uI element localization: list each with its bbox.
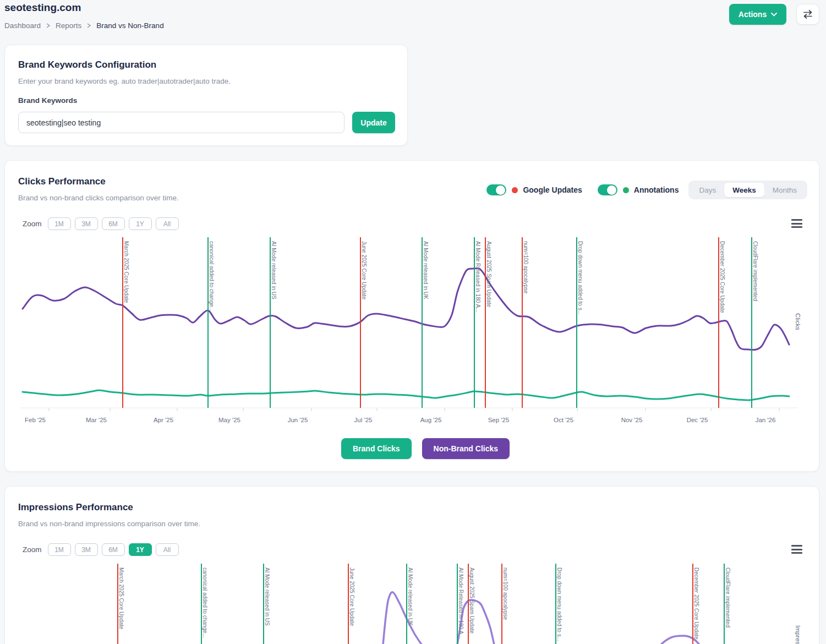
google-updates-label: Google Updates	[523, 185, 582, 194]
svg-text:AI Mode released in US: AI Mode released in US	[264, 567, 270, 626]
svg-text:AI Mode released in UK: AI Mode released in UK	[407, 567, 413, 626]
svg-text:Feb '25: Feb '25	[25, 417, 46, 423]
svg-text:March 2025 Core Update: March 2025 Core Update	[118, 567, 124, 630]
clicks-chart[interactable]: Feb '25Mar '25Apr '25May '25Jun '25Jul '…	[5, 234, 820, 424]
actions-button-label: Actions	[739, 10, 767, 19]
zoom-3m-button[interactable]: 3M	[75, 543, 98, 556]
annotations-toggle[interactable]	[598, 184, 617, 195]
clicks-legend: Brand Clicks Non-Brand Clicks	[341, 438, 510, 459]
svg-text:June 2025 Core Update: June 2025 Core Update	[361, 241, 367, 300]
breadcrumb: Dashboard Reports Brand vs Non-Brand	[4, 21, 164, 30]
svg-text:Clicks: Clicks	[795, 313, 801, 330]
svg-text:Dec '25: Dec '25	[687, 417, 708, 423]
google-updates-toggle[interactable]	[486, 184, 506, 195]
svg-text:CloudFlare implemented: CloudFlare implemented	[752, 241, 758, 301]
clicks-title: Clicks Performance	[18, 176, 106, 187]
svg-text:canonical added to change...: canonical added to change...	[202, 567, 208, 638]
tab-days[interactable]: Days	[691, 183, 724, 197]
toggle-knob	[607, 185, 616, 195]
tab-months[interactable]: Months	[764, 183, 805, 197]
impressions-subtitle: Brand vs non-brand impressions compariso…	[18, 520, 200, 528]
svg-text:June 2025 Core Update: June 2025 Core Update	[349, 567, 355, 626]
svg-text:Jul '25: Jul '25	[354, 417, 373, 423]
clicks-zoom-row: Zoom 1M 3M 6M 1Y All	[23, 217, 179, 230]
impressions-performance-card: Impressions Performance Brand vs non-bra…	[4, 486, 819, 644]
zoom-1m-button[interactable]: 1M	[48, 543, 71, 556]
zoom-all-button[interactable]: All	[156, 217, 179, 230]
svg-text:Drop down menu added to s...: Drop down menu added to s...	[577, 241, 583, 315]
svg-text:May '25: May '25	[218, 417, 240, 423]
svg-text:December 2025 Core Update: December 2025 Core Update	[693, 567, 699, 640]
legend-non-brand-clicks-button[interactable]: Non-Brand Clicks	[422, 438, 510, 459]
zoom-all-button[interactable]: All	[156, 543, 179, 556]
zoom-3m-button[interactable]: 3M	[75, 217, 98, 230]
chart-menu-icon[interactable]	[791, 219, 802, 228]
svg-text:AI Mode Released in 180 A...: AI Mode Released in 180 A...	[475, 241, 481, 313]
svg-text:num=100 apocalypse: num=100 apocalypse	[502, 567, 508, 620]
breadcrumb-reports[interactable]: Reports	[56, 21, 81, 30]
annotations-label: Annotations	[634, 185, 679, 194]
google-updates-dot-icon	[512, 187, 518, 193]
zoom-6m-button[interactable]: 6M	[102, 217, 125, 230]
svg-text:Drop down menu added to s...: Drop down menu added to s...	[556, 567, 562, 641]
svg-text:canonical added to change...: canonical added to change...	[209, 241, 215, 312]
svg-text:AI Mode released in UK: AI Mode released in UK	[423, 241, 429, 299]
zoom-1y-button[interactable]: 1Y	[129, 217, 152, 230]
update-button[interactable]: Update	[352, 112, 395, 133]
tab-weeks[interactable]: Weeks	[724, 183, 764, 197]
page-title: seotesting.com	[4, 2, 81, 14]
svg-text:Oct '25: Oct '25	[554, 417, 573, 423]
svg-text:AI Mode released in US: AI Mode released in US	[271, 241, 277, 299]
svg-text:Jun '25: Jun '25	[288, 417, 308, 423]
svg-text:Mar '25: Mar '25	[86, 417, 107, 423]
svg-text:Nov '25: Nov '25	[621, 417, 643, 423]
svg-text:AI Mode Released in 180 A...: AI Mode Released in 180 A...	[458, 567, 464, 639]
brand-keywords-input[interactable]	[18, 112, 344, 133]
brand-config-subtitle: Enter your brand keywords eg. auto trade…	[18, 77, 231, 85]
breadcrumb-chevron-icon	[86, 23, 91, 29]
actions-button[interactable]: Actions	[729, 4, 786, 25]
svg-text:August 2025 Spam Update: August 2025 Spam Update	[486, 241, 492, 308]
clicks-subtitle: Brand vs non-brand clicks comparison ove…	[18, 194, 179, 202]
zoom-1y-button[interactable]: 1Y	[129, 543, 152, 556]
breadcrumb-current: Brand vs Non-Brand	[96, 21, 163, 30]
svg-text:March 2025 Core Update: March 2025 Core Update	[123, 241, 129, 303]
svg-text:Jan '26: Jan '26	[756, 417, 776, 423]
svg-text:Apr '25: Apr '25	[154, 417, 173, 423]
impressions-title: Impressions Performance	[18, 502, 133, 513]
impressions-chart[interactable]: March 2025 Core Updatecanonical added to…	[5, 561, 820, 644]
svg-text:num=100 apocalypse: num=100 apocalypse	[523, 241, 529, 294]
zoom-1m-button[interactable]: 1M	[48, 217, 71, 230]
legend-brand-clicks-button[interactable]: Brand Clicks	[341, 438, 412, 459]
svg-text:Sep '25: Sep '25	[488, 417, 510, 423]
clicks-controls: Google Updates Annotations Days Weeks Mo…	[486, 181, 807, 199]
brand-keywords-label: Brand Keywords	[18, 96, 77, 105]
impressions-zoom-row: Zoom 1M 3M 6M 1Y All	[23, 543, 179, 556]
annotations-dot-icon	[623, 187, 629, 193]
zoom-6m-button[interactable]: 6M	[102, 543, 125, 556]
svg-text:Impressions: Impressions	[795, 625, 801, 644]
zoom-label: Zoom	[23, 545, 42, 554]
chart-menu-icon[interactable]	[791, 545, 802, 554]
breadcrumb-chevron-icon	[46, 23, 51, 29]
svg-text:December 2025 Core Update: December 2025 Core Update	[719, 241, 725, 313]
svg-text:Aug '25: Aug '25	[420, 417, 442, 423]
swap-view-button[interactable]	[796, 4, 819, 25]
chevron-down-icon	[771, 13, 777, 17]
brand-keywords-card: Brand Keywords Configuration Enter your …	[4, 45, 408, 146]
clicks-performance-card: Clicks Performance Brand vs non-brand cl…	[4, 160, 819, 472]
granularity-switcher: Days Weeks Months	[688, 181, 807, 199]
svg-text:CloudFlare implemented: CloudFlare implemented	[725, 567, 731, 627]
brand-config-title: Brand Keywords Configuration	[18, 59, 156, 70]
svg-text:August 2025 Spam Update: August 2025 Spam Update	[469, 567, 475, 634]
toggle-knob	[496, 185, 505, 195]
swap-arrows-icon	[802, 9, 814, 19]
breadcrumb-dashboard[interactable]: Dashboard	[4, 21, 41, 30]
zoom-label: Zoom	[23, 220, 42, 228]
